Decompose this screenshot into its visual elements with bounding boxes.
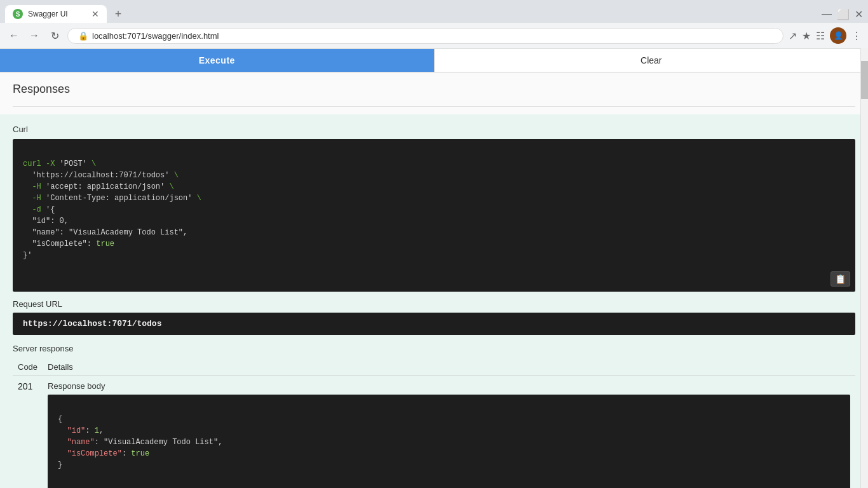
tab-title: Swagger UI: [28, 10, 68, 18]
address-bar: ← → ↻ 🔒 localhost:7071/swagger/index.htm…: [0, 23, 868, 48]
back-button[interactable]: ←: [6, 28, 22, 43]
section-divider: [13, 106, 855, 107]
new-tab-button[interactable]: +: [109, 5, 127, 23]
scrollbar[interactable]: [860, 48, 868, 488]
response-id-key: "id": [67, 426, 85, 435]
active-tab[interactable]: S Swagger UI ✕: [5, 5, 107, 23]
tab-favicon: S: [13, 9, 23, 19]
minimize-button[interactable]: —: [822, 8, 832, 20]
tab-close-button[interactable]: ✕: [92, 9, 99, 19]
browser-chrome: S Swagger UI ✕ + — ⬜ ✕ ← → ↻ 🔒 localhost…: [0, 0, 868, 49]
request-url-label: Request URL: [13, 299, 855, 309]
page-content: Execute Clear Responses Curl curl -X 'PO…: [0, 49, 868, 488]
request-url-display: https://localhost:7071/todos: [13, 313, 855, 335]
profile-avatar[interactable]: 👤: [830, 27, 846, 44]
tab-bar: S Swagger UI ✕ + — ⬜ ✕: [0, 0, 868, 23]
maximize-button[interactable]: ⬜: [837, 8, 850, 20]
url-text: localhost:7071/swagger/index.html: [92, 31, 773, 41]
lock-icon: 🔒: [78, 31, 88, 41]
bookmark-icon[interactable]: ★: [802, 30, 811, 42]
request-url-section: Request URL https://localhost:7071/todos: [13, 299, 855, 335]
response-code: 201: [13, 376, 43, 489]
swagger-container: Execute Clear Responses Curl curl -X 'PO…: [0, 49, 868, 488]
action-bar: Execute Clear: [0, 49, 868, 72]
response-body-brace-open: {: [58, 415, 62, 424]
reload-button[interactable]: ↻: [47, 28, 62, 43]
response-name-key: "name": [67, 438, 94, 447]
close-window-button[interactable]: ✕: [855, 8, 863, 20]
responses-section: Responses Curl curl -X 'POST' \ 'https:/…: [0, 72, 868, 488]
responses-title: Responses: [13, 83, 855, 96]
response-body-code-block: { "id": 1, "name": "VisualAcademy Todo L…: [48, 395, 850, 488]
scrollbar-thumb[interactable]: [861, 61, 868, 99]
url-bar[interactable]: 🔒 localhost:7071/swagger/index.html: [67, 28, 783, 44]
window-controls: — ⬜ ✕: [822, 8, 863, 20]
response-complete-key: "isComplete": [67, 449, 121, 458]
table-row: 201 Response body { "id": 1, "name": "Vi…: [13, 376, 855, 489]
share-icon[interactable]: ↗: [789, 30, 797, 42]
curl-text: curl -X 'POST' \ 'https://localhost:7071…: [23, 159, 201, 260]
curl-label: Curl: [13, 125, 855, 134]
server-response-label: Server response: [13, 344, 855, 353]
address-right-controls: ↗ ★ ☷ 👤 ⋮: [789, 27, 862, 44]
menu-icon[interactable]: ⋮: [851, 30, 862, 42]
response-body-label: Response body: [48, 381, 850, 391]
details-header: Details: [43, 358, 855, 376]
sidebar-icon[interactable]: ☷: [816, 30, 825, 42]
curl-subsection: Curl curl -X 'POST' \ 'https://localhost…: [0, 114, 868, 488]
response-details: Response body { "id": 1, "name": "Visual…: [43, 376, 855, 489]
curl-copy-button[interactable]: 📋: [831, 271, 850, 287]
code-header: Code: [13, 358, 43, 376]
curl-code-block: curl -X 'POST' \ 'https://localhost:7071…: [13, 139, 855, 292]
clear-button[interactable]: Clear: [434, 49, 869, 72]
forward-button[interactable]: →: [27, 28, 42, 43]
execute-button[interactable]: Execute: [0, 49, 434, 72]
response-table: Code Details 201 Response body { "id": 1…: [13, 358, 855, 488]
